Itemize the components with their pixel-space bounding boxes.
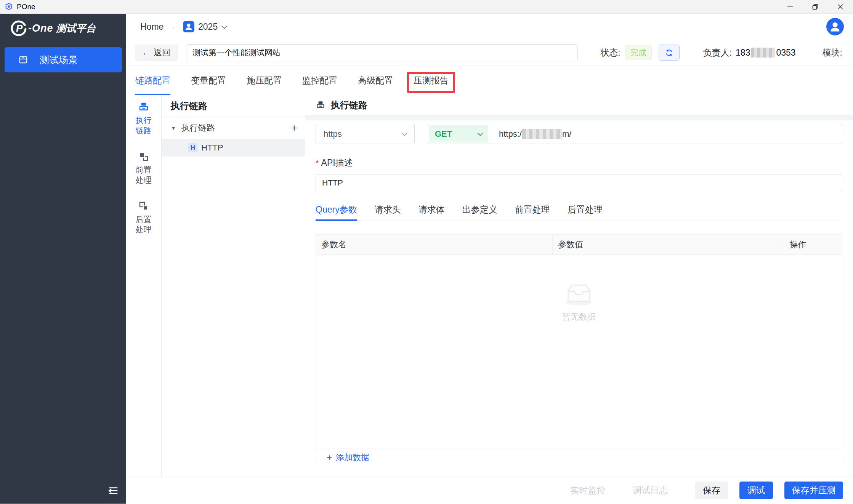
owner-phone-suffix: 0353: [776, 48, 795, 58]
panel-title: 执行链路: [331, 99, 367, 111]
chevron-down-icon: [402, 130, 408, 136]
url-field[interactable]: GET https:/ m/: [427, 124, 842, 144]
panel-divider: [305, 115, 853, 120]
subtab-post-process[interactable]: 后置处理: [568, 204, 603, 221]
breadcrumb-separator: ·: [172, 22, 175, 31]
back-label: 返回: [154, 47, 170, 58]
topbar: Home · 2025: [126, 14, 853, 40]
debug-log-button[interactable]: 调试日志: [633, 485, 668, 496]
refresh-status-button[interactable]: [659, 45, 680, 61]
param-subtabs: Query参数 请求头 请求体 出参定义 前置处理 后置处理: [316, 204, 842, 221]
back-button[interactable]: ← 返回: [135, 45, 178, 61]
breadcrumb-home[interactable]: Home: [140, 22, 164, 32]
tab-link-config[interactable]: 链路配置: [135, 66, 170, 95]
required-mark: *: [316, 158, 319, 168]
close-button[interactable]: [828, 0, 853, 13]
params-table: 参数名 参数值 操作 暂无数据: [316, 234, 842, 467]
app-logo-icon: [5, 3, 13, 11]
add-data-button[interactable]: + 添加数据: [327, 452, 369, 463]
tree-expand-caret-icon[interactable]: ▼: [171, 125, 176, 131]
request-editor-panel: 执行链路 https GET: [305, 95, 853, 477]
brand-suffix: 测试平台: [56, 22, 96, 35]
method-select[interactable]: GET: [429, 125, 488, 142]
http-node-badge-icon: H: [188, 143, 197, 152]
debug-button[interactable]: 调试: [739, 482, 773, 499]
rail-item-execute-link[interactable]: 执行链路: [126, 101, 161, 136]
subtab-pre-process[interactable]: 前置处理: [515, 204, 550, 221]
module-label: 模块:: [823, 47, 842, 59]
subtab-query-params[interactable]: Query参数: [316, 204, 357, 221]
execute-link-icon: [138, 101, 149, 113]
tab-variable-config[interactable]: 变量配置: [191, 66, 226, 95]
rail-item-post-process[interactable]: 后置处理: [126, 200, 161, 235]
sidebar: P -One 测试平台 测试场景: [0, 14, 126, 504]
save-button[interactable]: 保存: [695, 482, 728, 499]
save-and-test-button[interactable]: 保存并压测: [784, 482, 843, 499]
protocol-value: https: [324, 129, 342, 139]
plus-icon: +: [327, 452, 332, 463]
step-rail: 执行链路 前置处理 后置处理: [126, 95, 162, 477]
window-titlebar: POne: [0, 0, 853, 14]
panel-header: 执行链路: [305, 95, 853, 115]
scenario-box-icon: [18, 55, 28, 65]
sidebar-collapse-button[interactable]: [104, 483, 122, 498]
window-controls: [778, 0, 853, 13]
owner-phone-prefix: 183: [736, 48, 750, 58]
tab-advanced-config[interactable]: 高级配置: [358, 66, 393, 95]
tree-node-http-label: HTTP: [201, 143, 223, 153]
column-param-value: 参数值: [553, 235, 784, 254]
back-arrow-icon: ←: [142, 48, 151, 58]
tree-add-node-button[interactable]: +: [291, 122, 297, 134]
realtime-monitor-button[interactable]: 实时监控: [570, 485, 605, 496]
subtab-output-params[interactable]: 出参定义: [462, 204, 497, 221]
link-tree-panel: 执行链路 ▼ 执行链路 + H HTTP: [162, 95, 305, 477]
subtab-request-headers[interactable]: 请求头: [375, 204, 401, 221]
status-badge: 完成: [625, 45, 652, 60]
scenario-name-input[interactable]: [186, 44, 578, 61]
minimize-button[interactable]: [778, 0, 803, 13]
protocol-select[interactable]: https: [316, 124, 415, 144]
brand-logo: P -One 测试平台: [0, 14, 126, 43]
tree-root-node[interactable]: ▼ 执行链路 +: [162, 117, 305, 139]
subtab-request-body[interactable]: 请求体: [418, 204, 445, 221]
user-avatar[interactable]: [826, 18, 844, 35]
restore-button[interactable]: [803, 0, 828, 13]
column-param-name: 参数名: [316, 235, 553, 254]
brand-p-icon: P: [10, 19, 27, 37]
rail-item-pre-process[interactable]: 前置处理: [126, 151, 161, 185]
config-tabs: 链路配置 变量配置 施压配置 监控配置 高级配置 压测报告: [126, 66, 853, 95]
sidebar-item-label: 测试场景: [40, 54, 78, 66]
execute-link-header-icon: [316, 100, 325, 110]
refresh-icon: [664, 48, 674, 58]
project-avatar-icon: [183, 21, 194, 32]
api-desc-input[interactable]: [316, 174, 842, 191]
empty-inbox-icon: [563, 278, 595, 306]
api-desc-label: *API描述: [316, 157, 842, 169]
brand-name: -One: [28, 22, 53, 34]
owner-label: 负责人:: [703, 47, 732, 59]
params-table-body: 暂无数据: [316, 255, 842, 448]
breadcrumb-project[interactable]: 2025: [183, 21, 226, 32]
tab-monitor-config[interactable]: 监控配置: [302, 66, 337, 95]
params-table-header: 参数名 参数值 操作: [316, 235, 842, 255]
scenario-toolbar: ← 返回 状态: 完成 负责人: 183: [126, 40, 853, 66]
chevron-down-icon: [221, 23, 228, 29]
toolbar-right: 状态: 完成 负责人: 183 0353: [600, 45, 842, 61]
tab-pressure-config[interactable]: 施压配置: [247, 66, 282, 95]
pre-process-icon: [138, 151, 149, 162]
empty-text: 暂无数据: [562, 311, 596, 323]
empty-state: 暂无数据: [562, 278, 596, 323]
tree-panel-title: 执行链路: [162, 95, 305, 117]
tree-node-http[interactable]: H HTTP: [162, 139, 305, 157]
method-value: GET: [435, 129, 452, 139]
add-data-label: 添加数据: [336, 452, 369, 463]
url-prefix: https:/: [499, 129, 522, 139]
project-name: 2025: [198, 22, 218, 32]
url-suffix: m/: [562, 129, 571, 139]
action-footer: 实时监控 调试日志 保存 调试 保存并压测: [126, 477, 853, 504]
tab-pressure-report[interactable]: 压测报告: [414, 66, 449, 95]
sidebar-item-test-scenario[interactable]: 测试场景: [5, 47, 122, 72]
url-redacted: [522, 129, 562, 139]
window-title: POne: [17, 3, 35, 11]
status-label: 状态:: [600, 47, 620, 59]
